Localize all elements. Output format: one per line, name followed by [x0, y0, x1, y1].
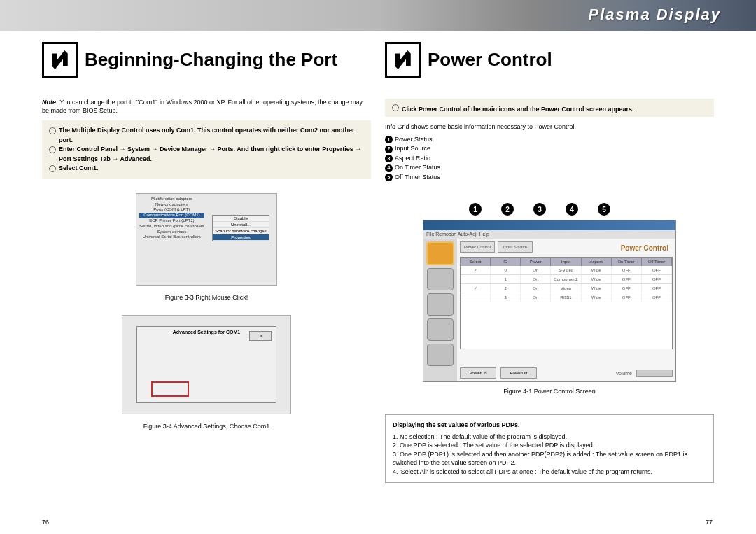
ok-button[interactable]: OK — [249, 331, 272, 341]
fig-caption-right: Figure 4-1 Power Control Screen — [385, 388, 714, 395]
note-line: Note: You can change the port to "Com1" … — [42, 99, 371, 115]
table-row: ✓0OnS-VideoWideOFFOFF — [461, 266, 672, 275]
app-titlebar — [424, 220, 676, 230]
intro-text: Info Grid shows some basic information n… — [385, 122, 714, 132]
table-row: 3OnRGB1WideOFFOFF — [461, 293, 672, 302]
section-icon-arrows — [385, 42, 421, 78]
info-grid: SelectIDPowerInputAspectOn TimerOff Time… — [460, 257, 673, 349]
right-page: Power Control Click Power Control of the… — [378, 31, 721, 493]
brand-title: Plasma Display — [589, 6, 721, 24]
header-banner: Plasma Display — [0, 0, 756, 31]
sidebar-power-control[interactable] — [426, 241, 454, 265]
section-icon-arrows — [42, 42, 78, 78]
sidebar-time[interactable] — [427, 318, 454, 341]
app-screenshot: File Remocon Auto-Adj. Help Power Contro… — [423, 220, 676, 382]
info-box-right: Click Power Control of the main icons an… — [385, 99, 714, 117]
right-title: Power Control — [428, 49, 552, 71]
table-row: ✓2OnVideoWideOFFOFF — [461, 284, 672, 293]
app-sidebar — [424, 239, 457, 381]
display-values-box: Displaying the set values of various PDP… — [385, 414, 714, 483]
tab-power-control[interactable]: Power Control — [460, 241, 495, 253]
app-menubar: File Remocon Auto-Adj. Help — [424, 230, 676, 239]
info-box-left: The Multiple Display Control uses only C… — [42, 120, 371, 179]
numbered-list: 1Power Status 2Input Source 3Aspect Rati… — [385, 135, 714, 183]
sidebar-settings[interactable] — [427, 344, 454, 366]
tab-input-source[interactable]: Input Source — [498, 241, 533, 253]
table-row: 1OnComponent2WideOFFOFF — [461, 275, 672, 284]
power-off-button[interactable]: PowerOff — [500, 367, 537, 379]
figure-3-3: Multifunction adapters Network adapters … — [42, 193, 371, 301]
left-page: Beginning-Changing the Port Note: You ca… — [35, 31, 378, 493]
com-select-highlight — [151, 381, 189, 397]
sidebar-aspect[interactable] — [427, 293, 454, 316]
volume-label: Volume — [616, 371, 632, 376]
page-number-left: 76 — [42, 519, 49, 526]
figure-3-4: Advanced Settings for COM1 OK Figure 3-4… — [42, 315, 371, 430]
sidebar-input-source[interactable] — [427, 268, 454, 290]
left-title: Beginning-Changing the Port — [85, 49, 337, 71]
panel-title: Power Control — [621, 244, 668, 252]
page-number-right: 77 — [706, 519, 713, 526]
power-on-button[interactable]: PowerOn — [460, 367, 496, 379]
volume-slider[interactable] — [636, 370, 673, 377]
context-menu: Disable Uninstall... Scan for hardware c… — [212, 215, 270, 241]
callout-numbers: 1 2 3 4 5 — [385, 203, 714, 216]
